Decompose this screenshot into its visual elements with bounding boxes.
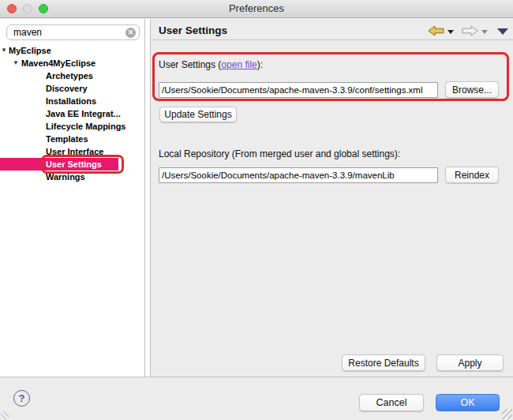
tree-item-user-settings[interactable]: User Settings [0, 158, 144, 171]
tree-item-label: MyEclipse [0, 46, 51, 55]
tree-item-user-interface[interactable]: User Interface [0, 145, 144, 158]
close-button[interactable] [7, 4, 17, 13]
tree-item-label: Installations [0, 96, 96, 106]
tree-item-label: Archetypes [0, 71, 93, 81]
user-settings-label: User Settings (open file): [159, 59, 263, 70]
preferences-tree: ▼ MyEclipse ▼ Maven4MyEclipse Archetypes… [0, 44, 144, 183]
tree-item-archetypes[interactable]: Archetypes [0, 69, 144, 82]
tree-item-java-ee-integration[interactable]: Java EE Integrat... [0, 107, 144, 120]
preferences-window: Preferences ✕ ▼ MyEclipse ▼ Maven4MyEcli… [0, 0, 513, 420]
local-repository-path-input[interactable] [159, 167, 438, 183]
window-title: Preferences [0, 0, 513, 17]
zoom-button[interactable] [39, 4, 48, 13]
search-clear-icon[interactable]: ✕ [125, 28, 136, 38]
help-button[interactable]: ? [13, 390, 30, 407]
preferences-sidebar: ✕ ▼ MyEclipse ▼ Maven4MyEclipse Archetyp… [0, 19, 144, 377]
open-file-link[interactable]: open file [221, 59, 256, 70]
tree-item-label: Lifecycle Mappings [0, 122, 125, 131]
ok-button[interactable]: OK [436, 394, 500, 411]
tree-item-maven4myeclipse[interactable]: ▼ Maven4MyEclipse [0, 57, 144, 69]
cancel-button[interactable]: Cancel [359, 394, 424, 411]
browse-button[interactable]: Browse... [445, 81, 499, 98]
tree-item-label: Warnings [0, 172, 85, 182]
tree-item-templates[interactable]: Templates [0, 133, 144, 145]
update-settings-button[interactable]: Update Settings [159, 107, 237, 122]
tree-item-installations[interactable]: Installations [0, 95, 144, 107]
tree-item-warnings[interactable]: Warnings [0, 171, 144, 183]
resize-grip[interactable] [502, 409, 512, 419]
title-bar[interactable]: Preferences [0, 0, 513, 18]
user-settings-path-input[interactable] [159, 82, 438, 98]
filter-search-input[interactable] [6, 24, 140, 40]
tree-scrollbar-track[interactable] [144, 19, 151, 377]
local-repository-label: Local Repository (From merged user and g… [159, 148, 400, 159]
user-settings-page: User Settings User Settings (open file):… [151, 19, 513, 377]
reindex-button[interactable]: Reindex [445, 167, 499, 183]
tree-item-label: Discovery [0, 84, 88, 93]
label-text: ): [257, 59, 263, 70]
tree-item-myeclipse[interactable]: ▼ MyEclipse [0, 44, 144, 57]
restore-defaults-button[interactable]: Restore Defaults [342, 354, 425, 371]
disclosure-triangle-icon[interactable]: ▼ [1, 44, 7, 57]
resize-grip[interactable] [1, 411, 9, 419]
tree-item-label: Java EE Integrat... [0, 109, 121, 118]
minimize-button[interactable] [23, 4, 32, 13]
dialog-footer: ? Cancel OK [0, 377, 513, 420]
apply-button[interactable]: Apply [436, 354, 504, 371]
label-text: User Settings ( [159, 59, 221, 70]
tree-item-label: Templates [0, 134, 88, 144]
tree-item-label: User Settings [0, 159, 102, 169]
tree-item-lifecycle-mappings[interactable]: Lifecycle Mappings [0, 120, 144, 133]
tree-item-label: User Interface [0, 147, 103, 156]
tree-item-discovery[interactable]: Discovery [0, 82, 144, 95]
disclosure-triangle-icon[interactable]: ▼ [13, 57, 19, 69]
